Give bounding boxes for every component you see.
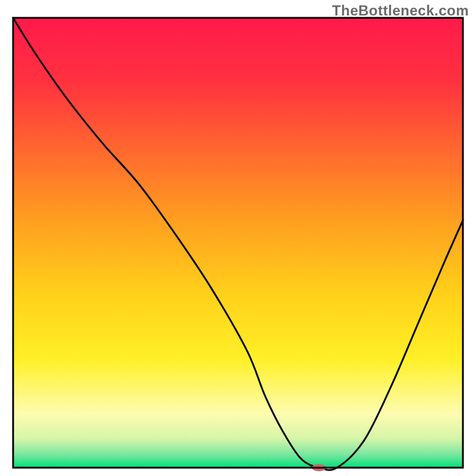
gradient-background	[13, 18, 463, 468]
chart-container: TheBottleneck.com	[0, 0, 476, 476]
bottleneck-chart	[0, 0, 476, 476]
